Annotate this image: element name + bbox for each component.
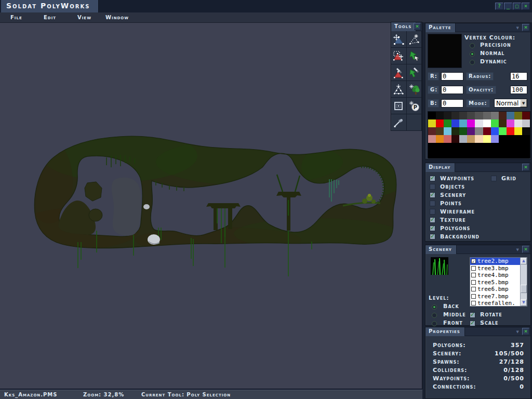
properties-collapse-icon[interactable]: ▼ [516, 330, 519, 334]
palette-swatch[interactable] [491, 112, 499, 119]
help-button[interactable]: ? [495, 3, 503, 10]
palette-swatch[interactable] [444, 151, 451, 158]
maximize-button[interactable]: □ [513, 3, 521, 10]
palette-swatch[interactable] [514, 112, 522, 119]
checkbox-background[interactable]: ✓ [430, 234, 435, 240]
palette-swatch[interactable] [507, 112, 514, 119]
menu-view[interactable]: View [77, 15, 91, 20]
list-item-checkbox[interactable]: ✓ [471, 259, 476, 263]
palette-collapse-icon[interactable]: ▼ [516, 26, 519, 30]
palette-swatch[interactable] [483, 151, 491, 158]
palette-swatch[interactable] [475, 143, 483, 151]
palette-swatch[interactable] [483, 127, 491, 135]
list-item[interactable]: ✓ tree3.bmp [470, 265, 521, 272]
palette-swatch[interactable] [499, 135, 507, 143]
palette-swatch[interactable] [451, 127, 459, 135]
checkbox-points[interactable]: ✓ [430, 201, 435, 206]
palette-swatch[interactable] [459, 119, 467, 127]
palette-swatch[interactable] [444, 127, 451, 135]
display-panel-titlebar[interactable]: Display × [425, 163, 530, 172]
properties-panel-titlebar[interactable]: Properties ▼ × [425, 327, 530, 336]
palette-swatch[interactable] [459, 151, 467, 158]
palette-swatch[interactable] [499, 151, 507, 158]
checkbox-grid[interactable]: ✓ [491, 176, 497, 181]
checkbox-scale[interactable]: ✓ [470, 321, 475, 326]
mode-dropdown[interactable]: Normal ▼ [494, 99, 527, 108]
display-close-icon[interactable]: × [522, 164, 529, 171]
palette-swatch[interactable] [428, 119, 436, 127]
palette-swatch[interactable] [436, 143, 444, 151]
palette-swatch[interactable] [507, 127, 514, 135]
list-item[interactable]: ✓ tree5.bmp [470, 279, 521, 286]
list-item-checkbox[interactable]: ✓ [471, 280, 476, 285]
color-picker-tool[interactable] [391, 114, 407, 131]
scenery-tool[interactable] [407, 81, 422, 98]
list-item-checkbox[interactable]: ✓ [471, 294, 476, 299]
palette-swatch[interactable] [436, 112, 444, 119]
palette-swatch[interactable] [467, 143, 475, 151]
radio-level-back[interactable] [432, 304, 437, 310]
palette-swatch[interactable] [499, 112, 507, 119]
scenery-file-list[interactable]: ✓ tree2.bmp ✓ tree3.bmp ✓ tree4.bmp ✓ tr… [470, 257, 527, 307]
minimize-button[interactable]: _ [504, 3, 512, 10]
palette-swatch[interactable] [483, 135, 491, 143]
poly-move-tool[interactable] [391, 31, 407, 48]
palette-close-icon[interactable]: × [522, 24, 529, 31]
color-swatch-grid[interactable] [428, 111, 530, 158]
palette-swatch[interactable] [451, 151, 459, 158]
palette-swatch[interactable] [475, 151, 483, 158]
scroll-down-icon[interactable]: ▼ [521, 299, 527, 306]
palette-swatch[interactable] [522, 127, 530, 135]
palette-swatch[interactable] [467, 135, 475, 143]
palette-swatch[interactable] [436, 127, 444, 135]
palette-swatch[interactable] [459, 127, 467, 135]
palette-swatch[interactable] [467, 151, 475, 158]
checkbox-scenery[interactable]: ✓ [430, 192, 435, 198]
palette-swatch[interactable] [467, 127, 475, 135]
palette-swatch[interactable] [444, 143, 451, 151]
palette-swatch[interactable] [483, 119, 491, 127]
tools-panel-titlebar[interactable]: Tools × [391, 22, 422, 31]
menu-edit[interactable]: Edit [44, 15, 56, 20]
palette-swatch[interactable] [507, 119, 514, 127]
palette-swatch[interactable] [467, 112, 475, 119]
palette-swatch[interactable] [522, 112, 530, 119]
palette-swatch[interactable] [475, 112, 483, 119]
list-item-checkbox[interactable]: ✓ [471, 266, 476, 271]
checkbox-texture[interactable]: ✓ [430, 217, 435, 223]
tools-close-icon[interactable]: × [414, 23, 421, 30]
palette-swatch[interactable] [451, 112, 459, 119]
palette-swatch[interactable] [475, 135, 483, 143]
palette-swatch[interactable] [483, 112, 491, 119]
properties-close-icon[interactable]: × [522, 328, 529, 335]
map-canvas[interactable] [0, 23, 422, 390]
palette-swatch[interactable] [436, 119, 444, 127]
scrollbar-thumb[interactable] [521, 285, 527, 293]
palette-panel-titlebar[interactable]: Palette ▼ × [425, 23, 530, 32]
palette-swatch[interactable] [444, 112, 451, 119]
checkbox-rotate[interactable]: ✓ [470, 312, 475, 318]
palette-swatch[interactable] [436, 151, 444, 158]
vertex-selection-tool[interactable] [407, 31, 422, 48]
palette-swatch[interactable] [459, 143, 467, 151]
radio-precision[interactable] [470, 43, 475, 48]
palette-swatch[interactable] [507, 151, 514, 158]
list-item-checkbox[interactable]: ✓ [471, 301, 476, 305]
palette-swatch[interactable] [522, 119, 530, 127]
palette-swatch[interactable] [491, 151, 499, 158]
palette-swatch[interactable] [436, 135, 444, 143]
vertex-move-tool[interactable] [407, 48, 422, 64]
palette-swatch[interactable] [444, 135, 451, 143]
poly-transform-tool[interactable] [391, 81, 407, 98]
scenery-collapse-icon[interactable]: ▼ [516, 248, 519, 252]
radio-normal[interactable] [470, 51, 475, 57]
palette-swatch[interactable] [451, 135, 459, 143]
radius-input[interactable] [510, 72, 527, 81]
palette-swatch[interactable] [428, 135, 436, 143]
palette-swatch[interactable] [444, 119, 451, 127]
palette-swatch[interactable] [514, 143, 522, 151]
palette-swatch[interactable] [522, 135, 530, 143]
menu-window[interactable]: Window [105, 15, 129, 20]
palette-swatch[interactable] [475, 119, 483, 127]
checkbox-waypoints[interactable]: ✓ [430, 176, 435, 181]
